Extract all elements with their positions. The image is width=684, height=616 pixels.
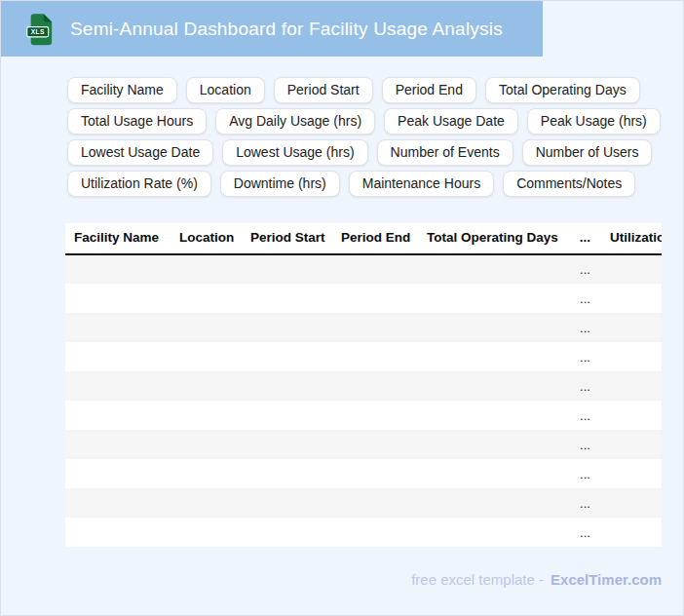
table-cell bbox=[332, 518, 418, 547]
chip-total-usage-hours[interactable]: Total Usage Hours bbox=[67, 108, 207, 135]
preview-table: Facility NameLocationPeriod StartPeriod … bbox=[65, 223, 662, 547]
chip-lowest-usage-hrs[interactable]: Lowest Usage (hrs) bbox=[222, 139, 367, 166]
page-root: XLS Semi-Annual Dashboard for Facility U… bbox=[0, 0, 684, 616]
table-cell bbox=[332, 401, 418, 430]
table-cell bbox=[601, 371, 662, 401]
table-cell bbox=[332, 284, 418, 313]
table-cell-ellipsis: ... bbox=[569, 313, 601, 342]
table-cell bbox=[171, 401, 242, 430]
table-cell bbox=[65, 430, 171, 459]
table-cell-ellipsis: ... bbox=[569, 284, 601, 313]
chip-facility-name[interactable]: Facility Name bbox=[67, 77, 177, 103]
table-cell bbox=[601, 284, 662, 313]
table-body: .............................. bbox=[65, 254, 662, 547]
table-cell-ellipsis: ... bbox=[569, 371, 601, 401]
chip-number-of-events[interactable]: Number of Events bbox=[377, 139, 513, 166]
data-table: Facility NameLocationPeriod StartPeriod … bbox=[65, 223, 662, 547]
table-cell bbox=[242, 488, 332, 518]
chip-period-start[interactable]: Period Start bbox=[274, 77, 373, 103]
chip-total-operating-days[interactable]: Total Operating Days bbox=[485, 77, 640, 103]
table-cell bbox=[418, 371, 569, 401]
table-row: ... bbox=[65, 371, 662, 401]
table-row: ... bbox=[65, 401, 662, 430]
column-header-location: Location bbox=[171, 223, 242, 254]
table-row: ... bbox=[65, 313, 662, 342]
chip-utilization-rate[interactable]: Utilization Rate (%) bbox=[67, 171, 211, 197]
chip-comments-notes[interactable]: Comments/Notes bbox=[503, 171, 635, 197]
table-cell bbox=[171, 430, 242, 459]
table-cell bbox=[171, 488, 242, 518]
table-cell bbox=[332, 254, 418, 284]
table-cell bbox=[171, 313, 242, 342]
column-header-total-operating-days: Total Operating Days bbox=[418, 223, 569, 254]
table-cell bbox=[65, 518, 171, 547]
table-cell bbox=[332, 371, 418, 401]
table-cell bbox=[332, 342, 418, 371]
chip-downtime-hrs[interactable]: Downtime (hrs) bbox=[220, 171, 340, 197]
chip-number-of-users[interactable]: Number of Users bbox=[522, 139, 653, 166]
table-cell-ellipsis: ... bbox=[569, 430, 601, 459]
table-cell bbox=[242, 284, 332, 313]
table-cell bbox=[242, 371, 332, 401]
table-cell bbox=[171, 284, 242, 313]
table-cell-ellipsis: ... bbox=[569, 342, 601, 371]
table-cell bbox=[65, 254, 171, 284]
table-cell bbox=[601, 254, 662, 284]
chip-lowest-usage-date[interactable]: Lowest Usage Date bbox=[67, 139, 213, 166]
chip-row: Utilization Rate (%)Downtime (hrs)Mainte… bbox=[67, 171, 683, 197]
table-cell bbox=[418, 284, 569, 313]
column-header-facility-name: Facility Name bbox=[65, 223, 171, 254]
column-header-period-end: Period End bbox=[332, 223, 418, 254]
table-cell-ellipsis: ... bbox=[569, 401, 601, 430]
table-cell bbox=[332, 488, 418, 518]
chip-maintenance-hours[interactable]: Maintenance Hours bbox=[349, 171, 494, 197]
table-cell bbox=[171, 518, 242, 547]
table-cell bbox=[171, 371, 242, 401]
table-cell bbox=[418, 459, 569, 488]
chip-peak-usage-date[interactable]: Peak Usage Date bbox=[384, 108, 518, 135]
table-cell bbox=[171, 459, 242, 488]
table-cell-ellipsis: ... bbox=[569, 254, 601, 284]
table-cell bbox=[332, 430, 418, 459]
table-cell bbox=[332, 459, 418, 488]
chip-peak-usage-hrs[interactable]: Peak Usage (hrs) bbox=[527, 108, 661, 135]
table-row: ... bbox=[65, 459, 662, 488]
table-cell bbox=[601, 430, 662, 459]
table-cell bbox=[332, 313, 418, 342]
table-cell bbox=[65, 284, 171, 313]
column-header-utilization-rate: Utilization Rate (%) bbox=[601, 223, 662, 254]
chip-avg-daily-usage-hrs[interactable]: Avg Daily Usage (hrs) bbox=[215, 108, 375, 135]
table-cell bbox=[65, 488, 171, 518]
table-cell bbox=[171, 342, 242, 371]
table-cell bbox=[418, 313, 569, 342]
footer-brand-link[interactable]: ExcelTimer.com bbox=[551, 571, 662, 588]
table-cell bbox=[601, 342, 662, 371]
table-cell bbox=[171, 254, 242, 284]
table-row: ... bbox=[65, 254, 662, 284]
column-header-more: ... bbox=[569, 223, 601, 254]
chip-row: Lowest Usage DateLowest Usage (hrs)Numbe… bbox=[67, 139, 683, 166]
table-row: ... bbox=[65, 518, 662, 547]
file-fold bbox=[44, 14, 52, 21]
table-row: ... bbox=[65, 430, 662, 459]
table-row: ... bbox=[65, 284, 662, 313]
table-cell bbox=[418, 254, 569, 284]
table-cell bbox=[418, 401, 569, 430]
table-cell bbox=[242, 313, 332, 342]
column-header-period-start: Period Start bbox=[242, 223, 332, 254]
table-cell bbox=[601, 459, 662, 488]
table-cell bbox=[242, 459, 332, 488]
footer-tagline: free excel template - bbox=[411, 571, 544, 588]
table-cell bbox=[242, 254, 332, 284]
table-cell-ellipsis: ... bbox=[569, 459, 601, 488]
table-cell bbox=[242, 518, 332, 547]
table-cell bbox=[601, 488, 662, 518]
table-row: ... bbox=[65, 342, 662, 371]
table-cell bbox=[418, 488, 569, 518]
chip-period-end[interactable]: Period End bbox=[382, 77, 476, 103]
table-header-row: Facility NameLocationPeriod StartPeriod … bbox=[65, 223, 662, 254]
chip-location[interactable]: Location bbox=[186, 77, 265, 103]
table-cell bbox=[242, 401, 332, 430]
xls-file-icon: XLS bbox=[26, 13, 54, 46]
table-cell bbox=[65, 459, 171, 488]
